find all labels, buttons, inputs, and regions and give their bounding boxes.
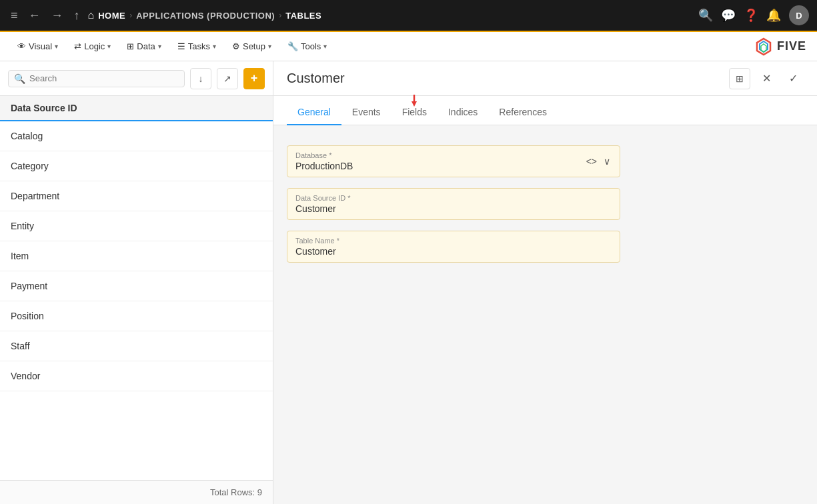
tasks-chevron: ▾ <box>213 43 216 50</box>
notifications-icon[interactable]: 🔔 <box>766 8 781 23</box>
sidebar-list: Catalog Category Department Entity Item … <box>0 121 273 480</box>
sidebar-item-catalog[interactable]: Catalog <box>0 121 273 151</box>
database-field-row: Database * ProductionDB <> ∨ <box>295 151 612 171</box>
five-logo-icon <box>752 37 776 56</box>
tab-fields-label: Fields <box>402 107 427 117</box>
upload-icon[interactable]: ↑ <box>71 6 83 25</box>
sidebar-item-label: Category <box>11 161 49 171</box>
sidebar-item-item[interactable]: Item <box>0 241 273 271</box>
table-name-label: Table Name * <box>295 237 612 245</box>
datasource-id-field[interactable]: Data Source ID * Customer <box>287 188 620 220</box>
avatar[interactable]: D <box>789 5 809 25</box>
svg-marker-2 <box>761 44 766 52</box>
add-icon: + <box>251 71 258 85</box>
nav-setup[interactable]: ⚙ Setup ▾ <box>225 37 278 55</box>
breadcrumb-applications[interactable]: APPLICATIONS (PRODUCTION) <box>136 11 275 21</box>
form-area: Database * ProductionDB <> ∨ Data Source… <box>273 125 817 504</box>
tab-events[interactable]: Events <box>341 100 391 125</box>
logic-icon: ⇄ <box>74 41 81 51</box>
main-layout: 🔍 ↓ ↗ + Data Source ID Catalog Category <box>0 61 817 504</box>
tab-references-label: References <box>499 107 547 117</box>
sidebar-item-position[interactable]: Position <box>0 301 273 331</box>
nav-tools[interactable]: 🔧 Tools ▾ <box>281 37 333 55</box>
sidebar-toolbar: 🔍 ↓ ↗ + <box>0 61 273 96</box>
logic-label: Logic <box>84 41 105 51</box>
svg-marker-4 <box>412 101 417 107</box>
sidebar-item-label: Payment <box>11 281 47 291</box>
tab-references[interactable]: References <box>488 100 558 125</box>
database-label: Database * <box>295 151 353 159</box>
five-text: FIVE <box>777 39 806 53</box>
sidebar-item-vendor[interactable]: Vendor <box>0 361 273 391</box>
form-inner: Database * ProductionDB <> ∨ Data Source… <box>287 145 620 263</box>
content-area: Customer ⊞ ✕ ✓ General Events Fields <box>273 61 817 504</box>
breadcrumb: ⌂ HOME › APPLICATIONS (PRODUCTION) › TAB… <box>88 9 693 21</box>
search-input[interactable] <box>29 73 179 83</box>
breadcrumb-tables[interactable]: TABLES <box>285 11 321 21</box>
breadcrumb-sep-2: › <box>279 11 281 20</box>
database-field-icons: <> ∨ <box>585 155 612 168</box>
nav-tasks[interactable]: ☰ Tasks ▾ <box>171 37 223 55</box>
table-name-field[interactable]: Table Name * Customer <box>287 231 620 263</box>
total-rows-label: Total Rows: 9 <box>210 487 262 497</box>
sidebar-item-label: Staff <box>11 341 30 351</box>
visual-icon: 👁 <box>17 41 26 51</box>
visual-chevron: ▾ <box>55 43 58 50</box>
datasource-id-label: Data Source ID * <box>295 194 612 202</box>
code-icon[interactable]: <> <box>585 155 598 168</box>
nav-logic[interactable]: ⇄ Logic ▾ <box>67 37 117 55</box>
sidebar-header-label: Data Source ID <box>11 103 77 113</box>
tasks-icon: ☰ <box>177 41 185 51</box>
sidebar-item-category[interactable]: Category <box>0 151 273 181</box>
tab-indices[interactable]: Indices <box>438 100 488 125</box>
visual-label: Visual <box>29 41 52 51</box>
sidebar-footer: Total Rows: 9 <box>0 480 273 504</box>
sidebar-item-label: Catalog <box>11 131 43 141</box>
sidebar-item-label: Entity <box>11 221 34 231</box>
nav-data[interactable]: ⊞ Data ▾ <box>120 37 167 55</box>
download-button[interactable]: ↓ <box>190 68 211 89</box>
search-nav-icon[interactable]: 🔍 <box>698 8 713 23</box>
sidebar-item-label: Department <box>11 191 59 201</box>
tab-general[interactable]: General <box>287 100 341 125</box>
export-button[interactable]: ↗ <box>217 68 238 89</box>
tab-indices-label: Indices <box>448 107 478 117</box>
sidebar-item-label: Item <box>11 251 29 261</box>
search-icon: 🔍 <box>14 73 25 84</box>
breadcrumb-home[interactable]: HOME <box>98 11 125 21</box>
help-icon[interactable]: ❓ <box>744 8 758 23</box>
back-button[interactable]: ← <box>26 6 43 25</box>
content-header: Customer ⊞ ✕ ✓ <box>273 61 817 96</box>
forward-button[interactable]: → <box>49 6 66 25</box>
close-icon: ✕ <box>762 72 771 85</box>
sidebar-item-payment[interactable]: Payment <box>0 271 273 301</box>
setup-label: Setup <box>243 41 265 51</box>
menu-icon[interactable]: ≡ <box>8 6 21 25</box>
chat-icon[interactable]: 💬 <box>721 8 736 23</box>
sidebar-item-label: Vendor <box>11 371 40 381</box>
dropdown-icon[interactable]: ∨ <box>602 155 612 168</box>
close-button[interactable]: ✕ <box>756 68 777 89</box>
add-button[interactable]: + <box>243 68 265 89</box>
search-container[interactable]: 🔍 <box>8 70 185 87</box>
download-icon: ↓ <box>199 73 203 84</box>
nav-visual[interactable]: 👁 Visual ▾ <box>11 37 65 55</box>
sidebar-header: Data Source ID <box>0 96 273 121</box>
tools-label: Tools <box>301 41 321 51</box>
nav-right: 🔍 💬 ❓ 🔔 D <box>698 5 809 25</box>
grid-view-button[interactable]: ⊞ <box>729 68 750 89</box>
sidebar-item-entity[interactable]: Entity <box>0 211 273 241</box>
top-nav-bar: ≡ ← → ↑ ⌂ HOME › APPLICATIONS (PRODUCTIO… <box>0 0 817 32</box>
database-value: ProductionDB <box>295 161 353 171</box>
data-label: Data <box>137 41 155 51</box>
tools-chevron: ▾ <box>323 43 327 50</box>
database-field[interactable]: Database * ProductionDB <> ∨ <box>287 145 620 177</box>
home-icon: ⌂ <box>88 9 95 21</box>
confirm-button[interactable]: ✓ <box>782 68 804 89</box>
setup-icon: ⚙ <box>232 41 240 51</box>
sidebar-item-staff[interactable]: Staff <box>0 331 273 361</box>
sidebar-item-department[interactable]: Department <box>0 181 273 211</box>
logic-chevron: ▾ <box>107 43 111 50</box>
tab-fields[interactable]: Fields <box>391 100 438 125</box>
breadcrumb-sep-1: › <box>129 11 132 20</box>
